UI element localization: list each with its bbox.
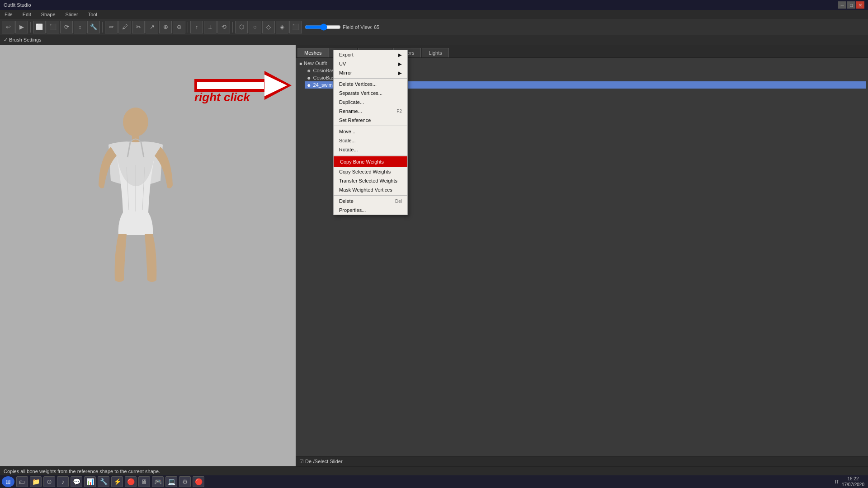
ctx-rotate-label: Rotate... bbox=[339, 147, 358, 152]
ctx-rename-label: Rename... bbox=[339, 108, 362, 114]
taskbar-icon-7[interactable]: ⚡ bbox=[111, 476, 123, 487]
menu-edit[interactable]: Edit bbox=[20, 11, 34, 18]
ctx-sep-3 bbox=[334, 155, 407, 155]
toolbar-btn-5[interactable]: ⟳ bbox=[60, 21, 73, 33]
ctx-copy-selected-weights-label: Copy Selected Weights bbox=[339, 169, 391, 174]
ctx-set-reference[interactable]: Set Reference bbox=[334, 116, 407, 125]
toolbar-btn-13[interactable]: ⊖ bbox=[173, 21, 185, 33]
ctx-uv[interactable]: UV ▶ bbox=[334, 59, 407, 68]
maximize-button[interactable]: □ bbox=[847, 1, 855, 9]
tab-meshes[interactable]: Meshes bbox=[297, 48, 329, 57]
menu-file[interactable]: File bbox=[2, 11, 15, 18]
viewport: right click bbox=[0, 45, 296, 475]
toolbar-btn-15[interactable]: ⟂ bbox=[204, 21, 217, 33]
toolbar-btn-19[interactable]: ◇ bbox=[262, 21, 275, 33]
ctx-rotate[interactable]: Rotate... bbox=[334, 145, 407, 154]
ctx-copy-selected-weights[interactable]: Copy Selected Weights bbox=[334, 167, 407, 176]
ctx-delete-vertices[interactable]: Delete Vertices... bbox=[334, 80, 407, 89]
toolbar-btn-1[interactable]: ↩ bbox=[2, 21, 14, 33]
ctx-delete-vertices-label: Delete Vertices... bbox=[339, 81, 377, 87]
ctx-move[interactable]: Move... bbox=[334, 127, 407, 136]
ctx-export[interactable]: Export ▶ bbox=[334, 50, 407, 59]
ctx-uv-arrow: ▶ bbox=[398, 61, 402, 66]
tree-root-label: New Outfit bbox=[304, 61, 327, 66]
main-layout: right click Meshes Bones Partitions Colo… bbox=[0, 45, 868, 475]
toolbar-btn-12[interactable]: ⊕ bbox=[159, 21, 172, 33]
taskbar-lang: IT bbox=[835, 479, 839, 484]
taskbar-icon-10[interactable]: 🎮 bbox=[152, 476, 164, 487]
menu-slider[interactable]: Slider bbox=[63, 11, 81, 18]
taskbar-icon-4[interactable]: 💬 bbox=[71, 476, 82, 487]
tree-root-icon: ■ bbox=[299, 61, 302, 66]
fov-slider[interactable] bbox=[305, 23, 341, 31]
taskbar-icon-1[interactable]: 📁 bbox=[30, 476, 42, 487]
ctx-transfer-selected-weights[interactable]: Transfer Selected Weights bbox=[334, 176, 407, 185]
right-click-annotation: right click bbox=[194, 90, 250, 104]
ctx-mask-weighted-vertices[interactable]: Mask Weighted Vertices bbox=[334, 185, 407, 194]
taskbar-icon-12[interactable]: ⚙ bbox=[179, 476, 191, 487]
titlebar-controls: ─ □ ✕ bbox=[838, 1, 864, 9]
ctx-copy-bone-weights[interactable]: Copy Bone Weights bbox=[334, 156, 407, 167]
toolbar-btn-10[interactable]: ✂ bbox=[132, 21, 145, 33]
toolbar-btn-20[interactable]: ◈ bbox=[276, 21, 288, 33]
tree-item-0-icon: ☻ bbox=[307, 68, 311, 73]
taskbar-icon-5[interactable]: 📊 bbox=[84, 476, 96, 487]
toolbar-btn-2[interactable]: ▶ bbox=[15, 21, 28, 33]
toolbar-btn-7[interactable]: 🔧 bbox=[87, 21, 100, 33]
taskbar-icon-9[interactable]: 🖥 bbox=[138, 476, 150, 487]
ctx-mirror[interactable]: Mirror ▶ bbox=[334, 68, 407, 77]
toolbar-btn-9[interactable]: 🖊 bbox=[118, 21, 131, 33]
ctx-separate-vertices[interactable]: Separate Vertices... bbox=[334, 89, 407, 98]
toolbar-separator-4 bbox=[232, 22, 233, 33]
taskbar-icon-13[interactable]: 🔴 bbox=[193, 476, 204, 487]
toolbar-btn-18[interactable]: ○ bbox=[249, 21, 261, 33]
toolbar-btn-11[interactable]: ↗ bbox=[146, 21, 158, 33]
svg-point-0 bbox=[123, 108, 148, 136]
ctx-mirror-label: Mirror bbox=[339, 70, 352, 75]
taskbar-icon-8[interactable]: 🔴 bbox=[125, 476, 137, 487]
taskbar-icon-6[interactable]: 🔧 bbox=[98, 476, 109, 487]
menu-shape[interactable]: Shape bbox=[38, 11, 58, 18]
ctx-move-label: Move... bbox=[339, 129, 355, 134]
taskbar-icon-0[interactable]: 🗁 bbox=[16, 476, 28, 487]
ctx-duplicate[interactable]: Duplicate... bbox=[334, 98, 407, 107]
ctx-rename[interactable]: Rename... F2 bbox=[334, 107, 407, 116]
taskbar-icon-2[interactable]: ⊙ bbox=[43, 476, 55, 487]
toolbar-btn-17[interactable]: ⬡ bbox=[235, 21, 248, 33]
ctx-delete[interactable]: Delete Del bbox=[334, 197, 407, 206]
fov-label: Field of View: 65 bbox=[343, 24, 379, 30]
toolbar-btn-14[interactable]: ↑ bbox=[190, 21, 203, 33]
title-text: Outfit Studio bbox=[4, 2, 31, 8]
titlebar: Outfit Studio ─ □ ✕ bbox=[0, 0, 868, 10]
deselect-bar: ☑ De-/Select Slider bbox=[296, 456, 868, 466]
toolbar-btn-4[interactable]: ⬛ bbox=[47, 21, 59, 33]
minimize-button[interactable]: ─ bbox=[838, 1, 846, 9]
taskbar-icon-11[interactable]: 💻 bbox=[165, 476, 177, 487]
menu-tool[interactable]: Tool bbox=[85, 11, 100, 18]
toolbar-btn-21[interactable]: ⬛ bbox=[289, 21, 302, 33]
taskbar-clock: 18:22 17/07/2020 bbox=[842, 476, 864, 488]
ctx-properties[interactable]: Properties... bbox=[334, 206, 407, 215]
tree-item-1-icon: ☻ bbox=[307, 75, 311, 80]
start-button[interactable]: ⊞ bbox=[2, 476, 14, 487]
context-menu: Export ▶ UV ▶ Mirror ▶ Delete Vertices..… bbox=[333, 50, 408, 215]
toolbar-btn-8[interactable]: ✏ bbox=[105, 21, 118, 33]
ctx-scale[interactable]: Scale... bbox=[334, 136, 407, 145]
taskbar-icon-3[interactable]: ♪ bbox=[57, 476, 69, 487]
ctx-transfer-selected-weights-label: Transfer Selected Weights bbox=[339, 178, 397, 183]
tab-lights[interactable]: Lights bbox=[422, 48, 448, 57]
toolbar: ↩ ▶ ⬜ ⬛ ⟳ ↕ 🔧 ✏ 🖊 ✂ ↗ ⊕ ⊖ ↑ ⟂ ⟲ ⬡ ○ ◇ ◈ … bbox=[0, 19, 868, 35]
ctx-rename-shortcut: F2 bbox=[396, 109, 402, 114]
character-model bbox=[81, 81, 190, 289]
taskbar: ⊞ 🗁 📁 ⊙ ♪ 💬 📊 🔧 ⚡ 🔴 🖥 🎮 💻 ⚙ 🔴 IT 18:22 1… bbox=[0, 475, 868, 488]
toolbar-btn-16[interactable]: ⟲ bbox=[217, 21, 230, 33]
toolbar-btn-6[interactable]: ↕ bbox=[74, 21, 86, 33]
menubar: File Edit Shape Slider Tool bbox=[0, 10, 868, 19]
ctx-properties-label: Properties... bbox=[339, 207, 366, 213]
toolbar-btn-3[interactable]: ⬜ bbox=[33, 21, 46, 33]
ctx-export-arrow: ▶ bbox=[398, 52, 402, 57]
status-text: Copies all bone weights from the referen… bbox=[4, 469, 160, 474]
ctx-sep-1 bbox=[334, 78, 407, 79]
taskbar-date: 17/07/2020 bbox=[842, 482, 864, 488]
close-button[interactable]: ✕ bbox=[856, 1, 864, 9]
